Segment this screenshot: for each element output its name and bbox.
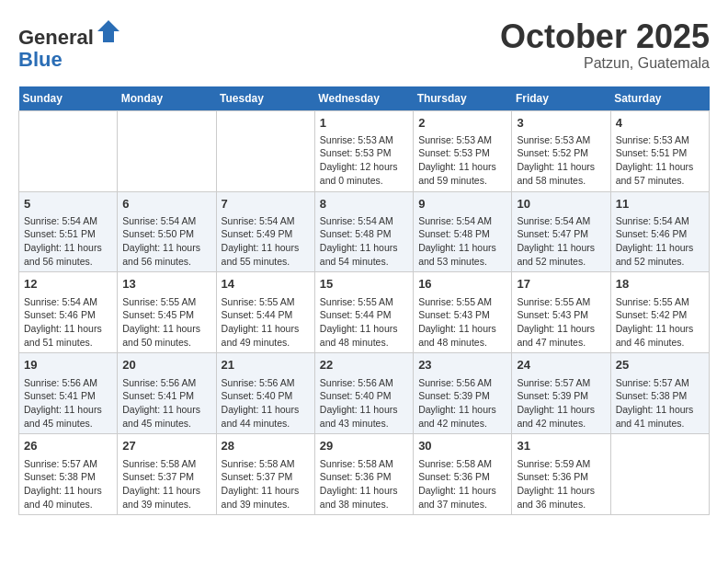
calendar-cell: 31Sunrise: 5:59 AM Sunset: 5:36 PM Dayli… — [512, 434, 610, 515]
day-number: 16 — [418, 276, 506, 293]
day-info: Sunrise: 5:54 AM Sunset: 5:48 PM Dayligh… — [320, 214, 408, 269]
day-info: Sunrise: 5:56 AM Sunset: 5:40 PM Dayligh… — [222, 376, 310, 431]
calendar-cell: 12Sunrise: 5:54 AM Sunset: 5:46 PM Dayli… — [19, 272, 118, 353]
calendar-cell: 7Sunrise: 5:54 AM Sunset: 5:49 PM Daylig… — [216, 191, 314, 272]
day-number: 1 — [320, 115, 408, 132]
calendar-cell: 27Sunrise: 5:58 AM Sunset: 5:37 PM Dayli… — [118, 434, 216, 515]
day-info: Sunrise: 5:54 AM Sunset: 5:47 PM Dayligh… — [517, 214, 605, 269]
calendar-cell: 11Sunrise: 5:54 AM Sunset: 5:46 PM Dayli… — [610, 191, 709, 272]
day-info: Sunrise: 5:56 AM Sunset: 5:39 PM Dayligh… — [418, 376, 506, 431]
calendar-header: SundayMondayTuesdayWednesdayThursdayFrid… — [19, 86, 710, 111]
calendar-cell — [216, 110, 314, 191]
weekday-header: Monday — [118, 86, 216, 111]
day-info: Sunrise: 5:53 AM Sunset: 5:51 PM Dayligh… — [616, 133, 704, 188]
calendar-week-row: 26Sunrise: 5:57 AM Sunset: 5:38 PM Dayli… — [19, 434, 710, 515]
day-info: Sunrise: 5:58 AM Sunset: 5:37 PM Dayligh… — [122, 457, 210, 511]
day-info: Sunrise: 5:55 AM Sunset: 5:43 PM Dayligh… — [418, 295, 506, 350]
day-info: Sunrise: 5:55 AM Sunset: 5:44 PM Dayligh… — [222, 295, 310, 350]
day-number: 24 — [517, 357, 605, 373]
calendar-cell: 13Sunrise: 5:55 AM Sunset: 5:45 PM Dayli… — [118, 272, 216, 353]
weekday-header: Friday — [512, 86, 610, 111]
calendar-cell: 24Sunrise: 5:57 AM Sunset: 5:39 PM Dayli… — [512, 353, 610, 434]
day-number: 7 — [222, 196, 310, 213]
day-info: Sunrise: 5:54 AM Sunset: 5:49 PM Dayligh… — [222, 214, 310, 269]
logo-text: General Blue — [18, 18, 121, 71]
day-info: Sunrise: 5:54 AM Sunset: 5:50 PM Dayligh… — [122, 214, 210, 269]
calendar-cell: 3Sunrise: 5:53 AM Sunset: 5:52 PM Daylig… — [512, 110, 610, 191]
calendar-cell: 2Sunrise: 5:53 AM Sunset: 5:53 PM Daylig… — [414, 110, 512, 191]
day-number: 21 — [222, 357, 310, 373]
calendar-week-row: 19Sunrise: 5:56 AM Sunset: 5:41 PM Dayli… — [19, 353, 710, 434]
calendar-cell: 26Sunrise: 5:57 AM Sunset: 5:38 PM Dayli… — [19, 434, 118, 515]
calendar-body: 1Sunrise: 5:53 AM Sunset: 5:53 PM Daylig… — [19, 110, 710, 515]
logo-general: General — [18, 26, 94, 49]
day-info: Sunrise: 5:55 AM Sunset: 5:44 PM Dayligh… — [320, 295, 408, 350]
weekday-row: SundayMondayTuesdayWednesdayThursdayFrid… — [19, 86, 710, 111]
weekday-header: Sunday — [19, 86, 118, 111]
day-info: Sunrise: 5:54 AM Sunset: 5:46 PM Dayligh… — [24, 295, 112, 350]
calendar-week-row: 5Sunrise: 5:54 AM Sunset: 5:51 PM Daylig… — [19, 191, 710, 272]
calendar-cell: 5Sunrise: 5:54 AM Sunset: 5:51 PM Daylig… — [19, 191, 118, 272]
day-number: 30 — [418, 438, 506, 454]
calendar-cell: 1Sunrise: 5:53 AM Sunset: 5:53 PM Daylig… — [314, 110, 413, 191]
calendar-cell: 19Sunrise: 5:56 AM Sunset: 5:41 PM Dayli… — [19, 353, 118, 434]
day-number: 22 — [320, 357, 408, 373]
day-number: 31 — [517, 438, 605, 454]
day-info: Sunrise: 5:54 AM Sunset: 5:48 PM Dayligh… — [418, 214, 506, 269]
day-info: Sunrise: 5:55 AM Sunset: 5:45 PM Dayligh… — [122, 295, 210, 350]
logo-blue: Blue — [18, 48, 63, 71]
day-number: 13 — [122, 276, 210, 293]
calendar-cell: 15Sunrise: 5:55 AM Sunset: 5:44 PM Dayli… — [314, 272, 413, 353]
calendar-week-row: 1Sunrise: 5:53 AM Sunset: 5:53 PM Daylig… — [19, 110, 710, 191]
day-number: 25 — [616, 357, 704, 373]
day-number: 6 — [122, 196, 210, 213]
logo: General Blue — [18, 18, 121, 71]
day-info: Sunrise: 5:53 AM Sunset: 5:53 PM Dayligh… — [418, 133, 506, 188]
day-info: Sunrise: 5:59 AM Sunset: 5:36 PM Dayligh… — [517, 457, 605, 511]
logo-icon — [96, 18, 121, 44]
day-info: Sunrise: 5:53 AM Sunset: 5:52 PM Dayligh… — [517, 133, 605, 188]
day-number: 23 — [418, 357, 506, 373]
calendar-cell: 30Sunrise: 5:58 AM Sunset: 5:36 PM Dayli… — [414, 434, 512, 515]
calendar-cell: 28Sunrise: 5:58 AM Sunset: 5:37 PM Dayli… — [216, 434, 314, 515]
day-number: 3 — [517, 115, 605, 132]
day-number: 17 — [517, 276, 605, 293]
month-title: October 2025 — [500, 18, 710, 55]
calendar-week-row: 12Sunrise: 5:54 AM Sunset: 5:46 PM Dayli… — [19, 272, 710, 353]
day-info: Sunrise: 5:57 AM Sunset: 5:38 PM Dayligh… — [616, 376, 704, 431]
location: Patzun, Guatemala — [500, 55, 710, 72]
day-number: 29 — [320, 438, 408, 454]
day-number: 28 — [222, 438, 310, 454]
day-info: Sunrise: 5:56 AM Sunset: 5:41 PM Dayligh… — [24, 376, 112, 431]
day-info: Sunrise: 5:57 AM Sunset: 5:39 PM Dayligh… — [517, 376, 605, 431]
day-number: 12 — [24, 276, 112, 293]
day-number: 8 — [320, 196, 408, 213]
day-info: Sunrise: 5:53 AM Sunset: 5:53 PM Dayligh… — [320, 133, 408, 188]
day-info: Sunrise: 5:54 AM Sunset: 5:46 PM Dayligh… — [616, 214, 704, 269]
page-header: General Blue October 2025 Patzun, Guatem… — [18, 18, 710, 72]
calendar-cell — [19, 110, 118, 191]
day-number: 27 — [122, 438, 210, 454]
day-number: 2 — [418, 115, 506, 132]
calendar-cell: 16Sunrise: 5:55 AM Sunset: 5:43 PM Dayli… — [414, 272, 512, 353]
day-info: Sunrise: 5:58 AM Sunset: 5:37 PM Dayligh… — [222, 457, 310, 511]
calendar-cell: 9Sunrise: 5:54 AM Sunset: 5:48 PM Daylig… — [414, 191, 512, 272]
day-number: 5 — [24, 196, 112, 213]
calendar-cell: 29Sunrise: 5:58 AM Sunset: 5:36 PM Dayli… — [314, 434, 413, 515]
day-info: Sunrise: 5:54 AM Sunset: 5:51 PM Dayligh… — [24, 214, 112, 269]
calendar-cell: 6Sunrise: 5:54 AM Sunset: 5:50 PM Daylig… — [118, 191, 216, 272]
calendar-cell: 10Sunrise: 5:54 AM Sunset: 5:47 PM Dayli… — [512, 191, 610, 272]
calendar-cell: 23Sunrise: 5:56 AM Sunset: 5:39 PM Dayli… — [414, 353, 512, 434]
weekday-header: Tuesday — [216, 86, 314, 111]
calendar-cell — [610, 434, 709, 515]
calendar-cell: 20Sunrise: 5:56 AM Sunset: 5:41 PM Dayli… — [118, 353, 216, 434]
weekday-header: Wednesday — [314, 86, 413, 111]
day-number: 26 — [24, 438, 112, 454]
day-info: Sunrise: 5:55 AM Sunset: 5:42 PM Dayligh… — [616, 295, 704, 350]
day-number: 14 — [222, 276, 310, 293]
day-number: 19 — [24, 357, 112, 373]
day-number: 11 — [616, 196, 704, 213]
calendar-cell: 8Sunrise: 5:54 AM Sunset: 5:48 PM Daylig… — [314, 191, 413, 272]
calendar-cell: 18Sunrise: 5:55 AM Sunset: 5:42 PM Dayli… — [610, 272, 709, 353]
calendar-cell: 22Sunrise: 5:56 AM Sunset: 5:40 PM Dayli… — [314, 353, 413, 434]
